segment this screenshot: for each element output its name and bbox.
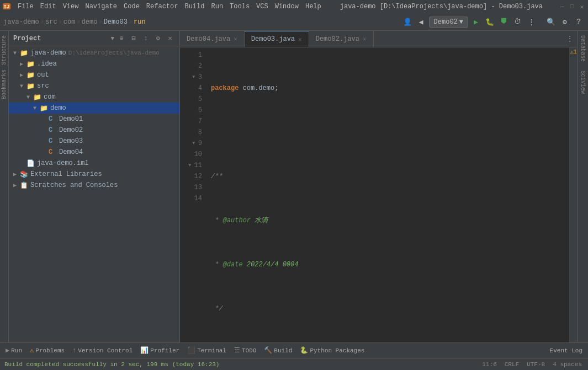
todo-icon: ☰: [234, 346, 240, 355]
expand-arrow-demo[interactable]: ▼: [33, 105, 40, 111]
menu-view[interactable]: View: [60, 2, 82, 12]
close-button[interactable]: ✕: [578, 3, 586, 10]
menu-navigate[interactable]: Navigate: [82, 2, 120, 12]
settings-button[interactable]: ⚙: [559, 16, 571, 28]
tree-item-demo04[interactable]: ▶ C Demo04: [9, 147, 179, 158]
build-button[interactable]: 🔨 Build: [261, 345, 295, 357]
breadcrumb-demo[interactable]: demo: [82, 18, 98, 26]
git-icon[interactable]: 👤: [401, 16, 414, 28]
line-ending[interactable]: CRLF: [503, 361, 521, 368]
minimize-button[interactable]: —: [558, 3, 566, 10]
back-button[interactable]: ◀: [415, 16, 427, 28]
expand-arrow-libs[interactable]: ▶: [13, 171, 20, 178]
expand-arrow-root[interactable]: ▼: [13, 50, 20, 56]
tab-more-button[interactable]: ⋮: [563, 34, 577, 44]
tree-item-com[interactable]: ▼ 📁 com: [9, 92, 179, 103]
tree-item-demo02[interactable]: ▶ C Demo02: [9, 125, 179, 136]
encoding[interactable]: UTF-8: [525, 361, 547, 368]
bookmarks-label[interactable]: Bookmarks: [1, 69, 7, 99]
problems-button[interactable]: ⚠ Problems: [27, 345, 68, 357]
tree-item-extlibs[interactable]: ▶ 📚 External Libraries: [9, 169, 179, 180]
tab-demo03[interactable]: Demo03.java ✕: [245, 31, 309, 47]
fold-icon-11[interactable]: ▼: [187, 162, 193, 169]
profiler-button[interactable]: 📊 Profiler: [137, 345, 183, 357]
expand-arrow-idea[interactable]: ▶: [20, 61, 27, 67]
structure-label[interactable]: Structure: [1, 35, 7, 65]
code-editor[interactable]: package com.demo; /** * @author 水滴 * @da…: [206, 47, 569, 342]
debug-button[interactable]: 🐛: [484, 16, 496, 28]
fold-icon-3[interactable]: ▼: [190, 74, 197, 81]
tree-label-demo01: Demo01: [59, 115, 83, 123]
tree-item-scratches[interactable]: ▶ 📋 Scratches and Consoles: [9, 180, 179, 191]
event-log-label: Event Log: [550, 347, 582, 354]
menu-code[interactable]: Code: [120, 2, 143, 12]
breadcrumb-method[interactable]: run: [134, 18, 146, 26]
menu-run[interactable]: Run: [208, 2, 226, 12]
warning-icon: ⚠: [570, 49, 574, 56]
fold-icon-9[interactable]: ▼: [190, 140, 197, 147]
out-folder-icon: 📁: [27, 71, 35, 79]
todo-button[interactable]: ☰ TODO: [231, 345, 259, 357]
help-button[interactable]: ?: [573, 16, 585, 28]
breadcrumb-com[interactable]: com: [63, 18, 76, 26]
tab-demo02[interactable]: Demo02.java ✕: [309, 31, 374, 47]
tree-item-iml[interactable]: ▶ 📄 java-demo.iml: [9, 158, 179, 169]
breadcrumb: java-demo › src › com › demo › Demo03 › …: [3, 18, 400, 26]
tree-item-demo01[interactable]: ▶ C Demo01: [9, 114, 179, 125]
expand-arrow-out[interactable]: ▶: [20, 72, 27, 78]
collapse-all-icon[interactable]: ⊟: [129, 34, 139, 44]
status-bar: Build completed successfully in 2 sec, 1…: [0, 358, 588, 370]
expand-arrow-scratches[interactable]: ▶: [13, 182, 20, 189]
tab-demo04-close[interactable]: ✕: [234, 35, 237, 42]
breadcrumb-class[interactable]: Demo03: [104, 18, 128, 26]
sciview-panel-toggle[interactable]: SciView: [579, 66, 587, 98]
version-control-button[interactable]: ↑ Version Control: [69, 345, 136, 357]
panel-settings-icon[interactable]: ⚙: [153, 34, 163, 44]
event-log-button[interactable]: Event Log: [547, 346, 586, 355]
coverage-button[interactable]: ⛊: [497, 16, 510, 28]
menu-help[interactable]: Help: [302, 2, 325, 12]
build-label: Build: [274, 347, 292, 354]
code-line-4: * @author 水滴: [211, 215, 569, 226]
indent-settings[interactable]: 4 spaces: [551, 361, 584, 368]
terminal-button[interactable]: ⬛ Terminal: [184, 345, 230, 357]
menu-edit[interactable]: Edit: [37, 2, 60, 12]
tab-demo03-close[interactable]: ✕: [298, 36, 302, 43]
run-config-dropdown[interactable]: Demo02 ▼: [429, 17, 468, 28]
sort-icon[interactable]: ↕: [141, 34, 151, 44]
expand-arrow-com[interactable]: ▼: [27, 94, 33, 100]
sync-icon[interactable]: ⊕: [116, 34, 126, 44]
editor-content[interactable]: 1 2 ▼ 3 4 5 6 7 8 ▼ 9 10 ▼ 11: [180, 47, 577, 342]
maximize-button[interactable]: □: [568, 3, 576, 10]
breadcrumb-project[interactable]: java-demo: [3, 18, 39, 26]
panel-close-icon[interactable]: ✕: [165, 34, 175, 44]
profile-button[interactable]: ⏱: [511, 16, 523, 28]
database-panel-toggle[interactable]: Database: [579, 31, 587, 66]
tree-path-root: D:\IdeaProjects\java-demo: [68, 50, 160, 56]
run-panel-button[interactable]: ▶ Run: [2, 345, 25, 357]
menu-refactor[interactable]: Refactor: [143, 2, 182, 12]
tree-item-demo03[interactable]: ▶ C Demo03: [9, 136, 179, 147]
menu-build[interactable]: Build: [181, 2, 208, 12]
tree-item-src[interactable]: ▼ 📁 src: [9, 81, 179, 92]
run-button[interactable]: ▶: [470, 16, 482, 28]
panel-header: Project ▼ ⊕ ⊟ ↕ ⚙ ✕: [9, 31, 179, 46]
menu-file[interactable]: File: [14, 2, 37, 12]
tab-demo04[interactable]: Demo04.java ✕: [180, 31, 245, 47]
menu-vcs[interactable]: VCS: [253, 2, 272, 12]
more-run-button[interactable]: ⋮: [525, 16, 537, 28]
python-packages-button[interactable]: 🐍 Python Packages: [296, 345, 368, 357]
menu-window[interactable]: Window: [272, 2, 302, 12]
tab-demo02-close[interactable]: ✕: [363, 35, 367, 42]
search-button[interactable]: 🔍: [545, 16, 557, 28]
build-icon: 🔨: [264, 346, 272, 355]
run-panel-icon: ▶: [6, 346, 9, 355]
tree-item-idea[interactable]: ▶ 📁 .idea: [9, 58, 179, 69]
tree-item-root[interactable]: ▼ 📁 java-demo D:\IdeaProjects\java-demo: [9, 47, 179, 58]
tree-item-demo[interactable]: ▼ 📁 demo: [9, 103, 179, 114]
tree-item-out[interactable]: ▶ 📁 out: [9, 69, 179, 81]
breadcrumb-src[interactable]: src: [45, 18, 57, 26]
expand-arrow-src[interactable]: ▼: [20, 83, 27, 89]
cursor-position[interactable]: 11:6: [480, 361, 498, 368]
menu-tools[interactable]: Tools: [226, 2, 253, 12]
